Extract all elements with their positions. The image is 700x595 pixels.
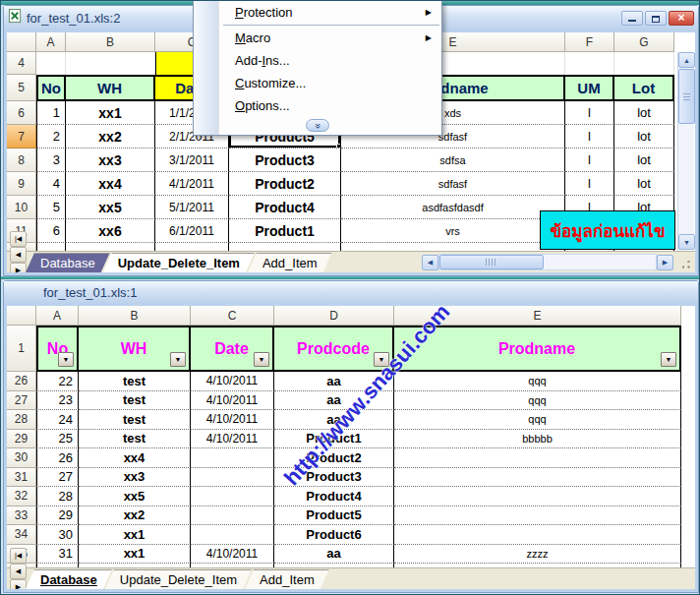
cell-C29[interactable]: 4/10/2011 <box>191 430 274 449</box>
cell-E33[interactable] <box>394 506 681 526</box>
close-button[interactable]: × <box>669 11 694 26</box>
cell-G7[interactable]: lot <box>614 125 674 149</box>
cell-C11[interactable]: 6/1/2011 <box>155 219 229 243</box>
cell-B34[interactable]: xx1 <box>79 525 191 545</box>
cell-D9[interactable]: Product2 <box>229 172 341 196</box>
fill-handle[interactable] <box>336 144 341 149</box>
cell-B26[interactable]: test <box>79 372 191 391</box>
row-header-33[interactable]: 33 <box>7 506 36 526</box>
sheet-tab-database[interactable]: Database <box>26 569 112 589</box>
row-header-6[interactable]: 6 <box>7 101 36 125</box>
cell-B29[interactable]: test <box>79 430 191 449</box>
cell-C35[interactable]: 4/10/2011 <box>191 545 274 565</box>
filter-dropdown-icon[interactable]: ▼ <box>374 352 389 367</box>
cell-B35[interactable]: xx1 <box>79 545 191 565</box>
cell-A31[interactable]: 27 <box>36 468 79 488</box>
scroll-right-icon[interactable]: ▶ <box>657 255 673 270</box>
row-header-8[interactable]: 8 <box>7 149 36 172</box>
cell-E34[interactable] <box>394 525 681 545</box>
column-header-A[interactable]: A <box>36 306 79 326</box>
next-sheet-button[interactable]: ▶ <box>10 579 27 590</box>
row-header-7[interactable]: 7 <box>7 125 36 149</box>
first-sheet-button[interactable]: |◀ <box>10 231 27 247</box>
cell-E29[interactable]: bbbbb <box>394 430 681 449</box>
cell-E35[interactable]: zzzz <box>394 545 681 565</box>
cell-E31[interactable] <box>394 468 681 488</box>
field-header-um[interactable]: UM <box>565 75 614 101</box>
field-header-lot[interactable]: Lot <box>614 75 674 101</box>
cell-A34[interactable]: 30 <box>36 525 79 545</box>
cell-B4[interactable] <box>66 52 155 75</box>
cell-B32[interactable]: xx5 <box>79 487 191 506</box>
row-header-34[interactable]: 34 <box>7 525 36 545</box>
cell-D26[interactable]: aa <box>274 372 394 391</box>
cell-A9[interactable]: 4 <box>36 172 66 196</box>
column-header-E[interactable]: E <box>394 306 681 326</box>
cell-A29[interactable]: 25 <box>36 430 79 449</box>
cell-G8[interactable]: lot <box>614 149 674 172</box>
cell-D29[interactable]: Product1 <box>274 430 394 449</box>
cell-F6[interactable]: l <box>565 101 614 125</box>
cell-E26[interactable]: qqq <box>394 372 681 391</box>
sheet-tab-update_delete_item[interactable]: Update_Delete_Item <box>105 569 252 589</box>
row-header-26[interactable]: 26 <box>7 372 36 391</box>
menu-item-macro[interactable]: Macro▶ <box>194 27 441 49</box>
cell-A8[interactable]: 3 <box>36 149 66 172</box>
sheet-tab-add_item[interactable]: Add_Item <box>248 253 332 272</box>
prev-sheet-button[interactable]: ◀ <box>10 247 27 263</box>
field-header-no[interactable]: No▼ <box>36 326 79 372</box>
field-header-prodcode[interactable]: Prodcode▼ <box>274 326 394 372</box>
next-sheet-button[interactable]: ▶ <box>10 263 27 273</box>
cell-A30[interactable]: 26 <box>36 448 79 468</box>
cell-A28[interactable]: 24 <box>36 410 79 430</box>
row-header-32[interactable]: 32 <box>7 487 36 506</box>
row-header-27[interactable]: 27 <box>7 391 36 411</box>
scroll-down-icon[interactable]: ▼ <box>678 234 695 250</box>
minimize-button[interactable] <box>621 11 643 26</box>
row-header-5[interactable]: 5 <box>7 75 36 101</box>
cell-F8[interactable]: l <box>565 149 614 172</box>
column-header-C[interactable]: C <box>191 306 274 326</box>
cell-F7[interactable]: l <box>565 125 614 149</box>
cell-C30[interactable] <box>191 448 274 468</box>
sheet-tab-add_item[interactable]: Add_Item <box>245 569 329 589</box>
cell-A33[interactable]: 29 <box>36 506 79 526</box>
cell-A11[interactable]: 6 <box>36 219 66 243</box>
cell-D35[interactable]: aa <box>274 545 394 565</box>
cell-C26[interactable]: 4/10/2011 <box>191 372 274 391</box>
row-header-9[interactable]: 9 <box>7 172 36 196</box>
first-sheet-button[interactable]: |◀ <box>10 548 27 564</box>
select-all-corner[interactable] <box>7 306 36 326</box>
row-header-10[interactable]: 10 <box>7 196 36 219</box>
vertical-scroll-thumb[interactable] <box>678 69 695 124</box>
filter-dropdown-icon[interactable]: ▼ <box>170 352 186 367</box>
cell-D30[interactable]: Product2 <box>274 448 394 468</box>
column-header-G[interactable]: G <box>614 32 674 52</box>
sheet-tab-update_delete_item[interactable]: Update_Delete_Item <box>103 253 255 272</box>
cell-D32[interactable]: Product4 <box>274 487 394 506</box>
prev-sheet-button[interactable]: ◀ <box>10 564 27 579</box>
field-header-date[interactable]: Date▼ <box>191 326 274 372</box>
cell-A32[interactable]: 28 <box>36 487 79 506</box>
cell-B11[interactable]: xx6 <box>66 219 155 243</box>
cell-E27[interactable]: qqq <box>394 391 681 411</box>
column-header-B[interactable]: B <box>66 32 155 52</box>
column-header-A[interactable]: A <box>36 32 66 52</box>
cell-A27[interactable]: 23 <box>36 391 79 411</box>
cell-F9[interactable]: l <box>565 172 614 196</box>
scroll-left-icon[interactable]: ◀ <box>422 255 438 270</box>
vertical-scrollbar[interactable]: ▲ ▼ <box>677 52 694 250</box>
cell-A6[interactable]: 1 <box>36 101 66 125</box>
resize-grip-icon[interactable] <box>675 254 693 271</box>
cell-B27[interactable]: test <box>79 391 191 411</box>
cell-B33[interactable]: xx2 <box>79 506 191 526</box>
cell-G9[interactable]: lot <box>614 172 674 196</box>
horizontal-scrollbar[interactable]: ◀ ▶ <box>422 254 673 271</box>
field-header-prodname[interactable]: Prodname▼ <box>394 326 681 372</box>
cell-E11[interactable]: vrs <box>341 219 565 243</box>
cell-C9[interactable]: 4/1/2011 <box>155 172 229 196</box>
cell-E10[interactable]: asdfasfdasdf <box>341 196 565 219</box>
scroll-up-icon[interactable]: ▲ <box>678 52 695 68</box>
cell-E28[interactable]: qqq <box>394 410 681 430</box>
cell-B6[interactable]: xx1 <box>66 101 155 125</box>
